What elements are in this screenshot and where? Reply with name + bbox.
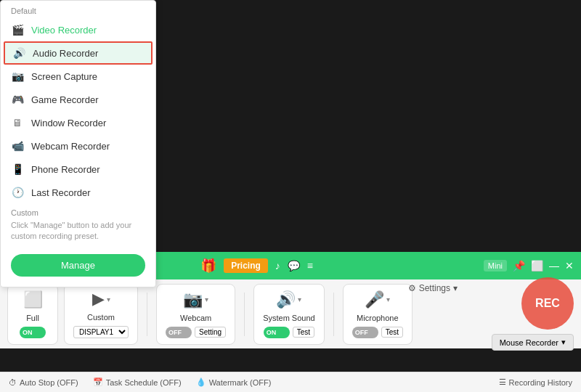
phone-recorder-label: Phone Recorder <box>31 164 100 175</box>
dropdown-menu: Default 🎬 Video Recorder 🔊 Audio Recorde… <box>0 0 156 287</box>
microphone-chevron-icon: ▾ <box>386 295 390 303</box>
pricing-button[interactable]: Pricing <box>224 258 268 273</box>
video-recorder-label: Video Recorder <box>31 25 97 36</box>
audio-recorder-label: Audio Recorder <box>33 48 98 59</box>
app-container: tered) 🎁 Pricing ♪ 💬 ≡ Mini 📌 ⬜ — ✕ ⚙ Se… <box>0 0 581 392</box>
sidebar-item-phone-recorder[interactable]: 📱 Phone Recorder <box>1 158 155 181</box>
microphone-test-button[interactable]: Test <box>381 327 403 338</box>
auto-stop-status[interactable]: ⏱ Auto Stop (OFF) <box>9 378 78 387</box>
pin-icon[interactable]: 📌 <box>513 260 525 271</box>
watermark-status[interactable]: 💧 Watermark (OFF) <box>196 377 272 387</box>
microphone-control-block: 🎤 ▾ Microphone OFF Test <box>343 284 413 345</box>
system-sound-toggle[interactable]: ON <box>264 327 290 338</box>
toolbar-right: Mini 📌 ⬜ — ✕ <box>484 260 574 271</box>
system-sound-toggle-row: ON Test <box>264 327 314 338</box>
status-bar: ⏱ Auto Stop (OFF) 📅 Task Schedule (OFF) … <box>0 372 581 392</box>
system-sound-test-button[interactable]: Test <box>293 327 314 338</box>
custom-chevron-icon: ▾ <box>107 295 110 303</box>
auto-stop-icon: ⏱ <box>9 378 17 387</box>
task-schedule-label: Task Schedule (OFF) <box>106 378 182 387</box>
system-sound-toggle-label: ON <box>265 329 278 336</box>
window-recorder-icon: 🖥 <box>11 116 24 129</box>
video-recorder-icon: 🎬 <box>11 23 24 36</box>
full-icon: ⬜ <box>23 290 43 309</box>
mouse-recorder-chevron-icon: ▾ <box>561 338 566 347</box>
minimize-icon[interactable]: — <box>549 260 559 271</box>
microphone-toggle-label: OFF <box>354 329 370 336</box>
system-sound-control-block: 🔊 ▾ System Sound ON Test <box>253 284 325 345</box>
settings-chevron-icon: ▾ <box>453 283 458 293</box>
sidebar-item-window-recorder[interactable]: 🖥 Window Recorder <box>1 111 155 134</box>
settings-gear-icon: ⚙ <box>408 283 416 293</box>
screen-capture-label: Screen Capture <box>31 71 97 82</box>
bell-icon[interactable]: ♪ <box>275 260 280 271</box>
phone-recorder-icon: 📱 <box>11 163 24 176</box>
full-toggle[interactable]: ON <box>20 327 46 338</box>
sidebar-item-video-recorder[interactable]: 🎬 Video Recorder <box>1 18 155 41</box>
task-schedule-icon: 📅 <box>93 377 103 387</box>
webcam-toggle[interactable]: OFF <box>166 327 192 338</box>
sidebar-item-webcam-recorder[interactable]: 📹 Webcam Recorder <box>1 134 155 158</box>
menu-icon[interactable]: ≡ <box>307 260 313 271</box>
sidebar-item-game-recorder[interactable]: 🎮 Game Recorder <box>1 88 155 111</box>
toolbar-center: 🎁 Pricing ♪ 💬 ≡ <box>200 258 313 274</box>
system-sound-chevron-icon: ▾ <box>298 295 301 303</box>
rec-button[interactable]: REC <box>521 277 574 330</box>
menu-section-custom: Custom <box>1 204 155 220</box>
game-recorder-icon: 🎮 <box>11 93 24 106</box>
window-recorder-label: Window Recorder <box>31 118 106 128</box>
gift-icon: 🎁 <box>200 258 216 274</box>
webcam-recorder-label: Webcam Recorder <box>31 141 110 152</box>
full-toggle-row: ON <box>20 327 46 338</box>
webcam-setting-button[interactable]: Setting <box>195 327 226 338</box>
task-schedule-status[interactable]: 📅 Task Schedule (OFF) <box>93 377 182 387</box>
separator-2 <box>244 293 245 336</box>
recording-history[interactable]: ☰ Recording History <box>499 377 572 387</box>
microphone-toggle[interactable]: OFF <box>352 327 378 338</box>
rec-section: REC Mouse Recorder ▾ <box>492 277 574 351</box>
system-sound-label: System Sound <box>263 314 315 322</box>
game-recorder-label: Game Recorder <box>31 94 98 105</box>
settings-row: ⚙ Settings ▾ <box>408 283 458 293</box>
chat-icon[interactable]: 💬 <box>288 260 300 271</box>
microphone-label: Microphone <box>357 314 398 322</box>
last-recorder-label: Last Recorder <box>31 187 91 198</box>
manage-button[interactable]: Manage <box>11 254 145 277</box>
webcam-control-block: 📷 ▾ Webcam OFF Setting <box>156 284 235 345</box>
custom-label: Custom <box>87 313 115 322</box>
sidebar-item-screen-capture[interactable]: 📷 Screen Capture <box>1 65 155 88</box>
custom-hint: Click "Manage" button to add your custom… <box>1 220 155 248</box>
display-select[interactable]: DISPLAY1 <box>73 326 129 338</box>
controls-area: ⚙ Settings ▾ ⬜ Full ON ▶ ▾ Custom DISPLA… <box>0 279 581 348</box>
webcam-recorder-icon: 📹 <box>11 139 24 152</box>
custom-icon: ▶ <box>92 290 105 309</box>
full-label: Full <box>26 314 39 322</box>
close-icon[interactable]: ✕ <box>565 260 574 271</box>
mouse-recorder-button[interactable]: Mouse Recorder ▾ <box>492 334 574 351</box>
system-sound-icon: 🔊 <box>276 290 296 309</box>
custom-control-block: ▶ ▾ Custom DISPLAY1 <box>64 283 138 345</box>
watermark-label: Watermark (OFF) <box>209 378 272 387</box>
custom-section-title: Custom <box>11 208 145 217</box>
custom-icon-row: ▶ ▾ <box>92 290 110 309</box>
webcam-label: Webcam <box>180 314 211 322</box>
audio-recorder-icon: 🔊 <box>12 46 25 60</box>
settings-label[interactable]: Settings <box>419 283 450 293</box>
last-recorder-icon: 🕐 <box>11 186 24 199</box>
webcam-icon-row: 📷 ▾ <box>183 290 208 309</box>
microphone-icon-row: 🎤 ▾ <box>365 290 390 309</box>
screen-capture-icon: 📷 <box>11 70 24 83</box>
webcam-toggle-row: OFF Setting <box>166 327 226 338</box>
mouse-recorder-label: Mouse Recorder <box>500 338 558 347</box>
window-icon[interactable]: ⬜ <box>531 260 543 271</box>
mini-button[interactable]: Mini <box>484 260 507 271</box>
sidebar-item-last-recorder[interactable]: 🕐 Last Recorder <box>1 181 155 204</box>
full-control-block: ⬜ Full ON <box>7 284 58 345</box>
separator-3 <box>333 293 334 336</box>
webcam-toggle-label: OFF <box>167 329 183 336</box>
webcam-chevron-icon: ▾ <box>205 295 208 303</box>
recording-history-label: Recording History <box>509 378 572 387</box>
recording-history-icon: ☰ <box>499 377 506 387</box>
sidebar-item-audio-recorder[interactable]: 🔊 Audio Recorder <box>4 41 153 65</box>
auto-stop-label: Auto Stop (OFF) <box>20 378 78 387</box>
